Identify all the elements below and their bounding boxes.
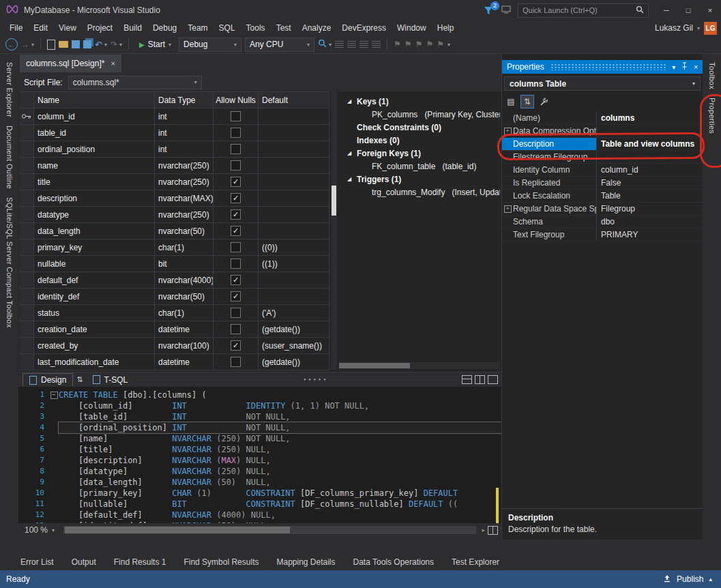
data-type-cell[interactable]: nvarchar(250) — [155, 174, 214, 190]
property-value[interactable]: PRIMARY — [597, 229, 703, 241]
undo-button[interactable]: ↶▾ — [95, 40, 107, 50]
scrollbar-thumb[interactable] — [65, 527, 290, 533]
code-text[interactable]: [name] NVARCHAR (250) NOT NULL, — [59, 433, 501, 444]
property-value[interactable]: Table — [597, 190, 703, 202]
property-value[interactable]: columns — [597, 112, 703, 124]
bookmark-button[interactable]: ⚑ — [437, 40, 444, 49]
data-type-cell[interactable]: int — [155, 108, 214, 124]
allow-nulls-cell[interactable] — [214, 305, 259, 321]
window-position-icon[interactable]: ▾ — [672, 63, 675, 71]
code-line[interactable]: 6 [title] NVARCHAR (250) NULL, — [18, 444, 501, 455]
data-type-cell[interactable]: nvarchar(50) — [155, 289, 214, 304]
code-text[interactable]: [description] NVARCHAR (MAX) NULL, — [59, 455, 501, 466]
expand-pane-icon[interactable] — [488, 375, 498, 384]
property-value[interactable]: False — [597, 177, 703, 189]
side-tab-properties[interactable]: Properties — [708, 98, 716, 134]
code-line[interactable]: 2 [column_id] INT IDENTITY (1, 1) NOT NU… — [18, 400, 501, 411]
panel-tab-data-tools-operations[interactable]: Data Tools Operations — [353, 557, 435, 567]
allow-nulls-checkbox[interactable] — [231, 357, 241, 367]
side-tab-server-explorer[interactable]: Server Explorer — [5, 62, 14, 117]
default-cell[interactable]: (suser_sname()) — [259, 338, 329, 353]
default-cell[interactable] — [259, 174, 329, 190]
row-selector[interactable] — [19, 338, 34, 353]
quick-launch-input[interactable]: Quick Launch (Ctrl+Q) — [518, 3, 649, 18]
data-type-cell[interactable]: bit — [155, 256, 214, 271]
data-type-cell[interactable]: int — [155, 141, 214, 157]
property-value[interactable]: Filegroup — [597, 203, 703, 215]
property-label[interactable]: Data Compression Opti — [513, 125, 597, 137]
fold-collapse-icon[interactable]: − — [50, 392, 58, 399]
solution-platform-select[interactable]: Any CPU ▾ — [245, 38, 314, 52]
property-value[interactable]: column_id — [597, 164, 703, 176]
allow-nulls-cell[interactable]: ✓ — [214, 207, 259, 222]
property-label[interactable]: Is Replicated — [513, 177, 597, 189]
grid-header-data-type[interactable]: Data Type — [155, 92, 214, 108]
property-label[interactable]: Description — [513, 138, 597, 150]
bookmark-button[interactable]: ⚑ — [394, 40, 401, 49]
context-section-check-constraints-0[interactable]: Check Constraints (0) — [347, 121, 500, 134]
default-cell[interactable] — [259, 223, 329, 239]
allow-nulls-cell[interactable] — [214, 239, 259, 255]
allow-nulls-checkbox[interactable] — [231, 242, 241, 252]
context-item-trg-columns-modify[interactable]: trg_columns_Modify(Insert, Updat — [347, 186, 500, 199]
code-line[interactable]: 1−CREATE TABLE [dbo].[columns] ( — [18, 389, 501, 400]
build-tool-button[interactable] — [372, 41, 381, 48]
allow-nulls-cell[interactable]: ✓ — [214, 174, 259, 190]
menu-test[interactable]: Test — [271, 22, 297, 34]
data-type-cell[interactable]: nvarchar(250) — [155, 158, 214, 173]
property-row-description[interactable]: DescriptionTable and view columns — [502, 138, 703, 151]
code-line[interactable]: 7 [description] NVARCHAR (MAX) NULL, — [18, 455, 501, 466]
context-section-keys-1[interactable]: ◢Keys (1) — [347, 95, 500, 108]
expand-plus-icon[interactable]: + — [504, 205, 512, 213]
code-line[interactable]: 5 [name] NVARCHAR (250) NOT NULL, — [18, 433, 501, 444]
row-selector[interactable] — [19, 158, 34, 173]
context-horizontal-scrollbar[interactable] — [339, 362, 500, 369]
column-name-cell[interactable]: datatype — [34, 207, 155, 222]
allow-nulls-checkbox[interactable] — [231, 128, 241, 138]
script-file-select[interactable]: columns.sql* ▾ — [68, 76, 202, 89]
panel-tab-find-results-1[interactable]: Find Results 1 — [114, 557, 166, 567]
row-selector[interactable] — [19, 190, 34, 206]
default-cell[interactable] — [259, 158, 329, 173]
column-name-cell[interactable]: default_def — [34, 272, 155, 288]
tsql-code-editor[interactable]: 1−CREATE TABLE [dbo].[columns] (2 [colum… — [18, 387, 501, 523]
code-text[interactable]: [column_id] INT IDENTITY (1, 1) NOT NULL… — [59, 400, 501, 411]
property-label[interactable]: Regular Data Space Spe — [513, 203, 597, 215]
menu-team[interactable]: Team — [182, 22, 213, 34]
property-label[interactable]: Filestream Filegroup — [513, 151, 597, 163]
row-selector[interactable] — [19, 207, 34, 222]
column-name-cell[interactable]: created_by — [34, 338, 155, 353]
grid-header-default[interactable]: Default — [259, 92, 329, 108]
user-avatar[interactable]: LG — [704, 22, 717, 35]
property-label[interactable]: Schema — [513, 216, 597, 228]
data-type-cell[interactable]: datetime — [155, 354, 214, 370]
feedback-icon[interactable]: 2 — [482, 5, 495, 16]
property-label[interactable]: Lock Escalation — [513, 190, 597, 202]
bookmark-button[interactable]: ⚑ — [415, 40, 423, 49]
menu-debug[interactable]: Debug — [147, 22, 182, 34]
row-selector[interactable] — [19, 321, 34, 337]
property-row-text-filegroup[interactable]: Text FilegroupPRIMARY — [502, 229, 703, 241]
side-tab-sqlite-sql-server-compact-toolbox[interactable]: SQLite/SQL Server Compact Toolbox — [5, 197, 14, 328]
default-cell[interactable]: (getdate()) — [259, 321, 329, 337]
menu-devexpress[interactable]: DevExpress — [336, 22, 392, 34]
property-label[interactable]: Identity Column — [513, 164, 597, 176]
menu-help[interactable]: Help — [432, 22, 460, 34]
property-label[interactable]: Text Filegroup — [513, 229, 597, 241]
column-name-cell[interactable]: description — [34, 190, 155, 206]
code-text[interactable]: [default_def] NVARCHAR (4000) NULL, — [59, 510, 501, 520]
close-button[interactable]: × — [699, 0, 721, 20]
scroll-right-icon[interactable]: ▸ — [479, 527, 488, 533]
redo-button[interactable]: ↷▾ — [111, 40, 122, 49]
side-tab-toolbox[interactable]: Toolbox — [708, 62, 716, 89]
panel-tab-error-list[interactable]: Error List — [20, 557, 54, 567]
allow-nulls-checkbox[interactable] — [231, 111, 241, 121]
column-name-cell[interactable]: name — [34, 158, 155, 173]
allow-nulls-cell[interactable] — [214, 158, 259, 173]
menu-tools[interactable]: Tools — [241, 22, 271, 34]
data-type-cell[interactable]: int — [155, 125, 214, 141]
editor-horizontal-scrollbar[interactable] — [63, 526, 476, 534]
code-text[interactable]: [ordinal_position] INT NOT NULL, — [59, 422, 501, 433]
context-section-triggers-1[interactable]: ◢Triggers (1) — [347, 173, 500, 186]
property-row-identity-column[interactable]: Identity Columncolumn_id — [502, 164, 703, 177]
